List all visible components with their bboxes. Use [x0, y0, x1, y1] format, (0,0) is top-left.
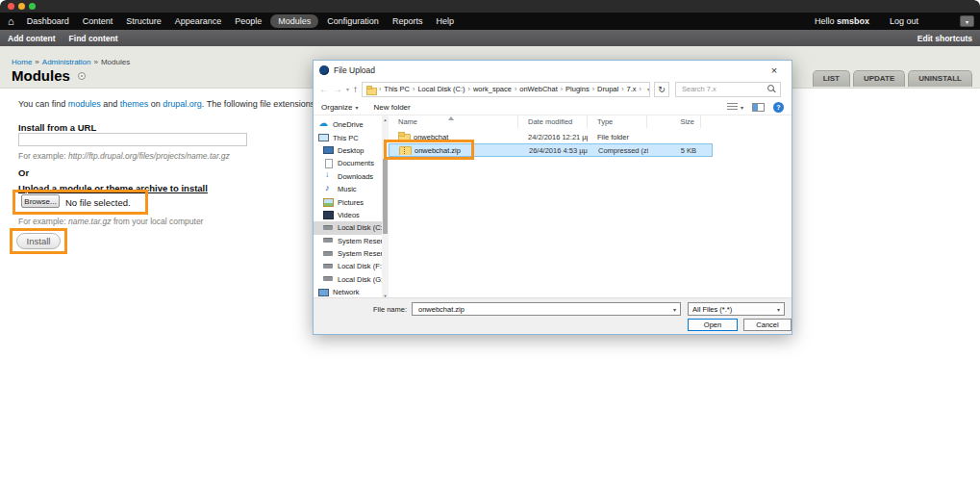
help-icon[interactable]: ? [773, 102, 784, 113]
dialog-close-button[interactable]: × [763, 63, 786, 78]
address-bar[interactable]: › This PC › Local Disk (C:) › work_space… [362, 82, 650, 97]
address-segment-plugins[interactable]: Plugins [565, 85, 590, 93]
dialog-nav-row: ← → ▾ ↑ › This PC › Local Disk (C:) › wo… [314, 79, 792, 99]
sidebar-item-system-reserved-1[interactable]: System Reserved [314, 235, 382, 247]
sidebar-item-downloads[interactable]: Downloads [314, 170, 382, 183]
toolbar-item-appearance[interactable]: Appearance [175, 16, 222, 26]
chevron-down-icon[interactable]: ▾ [673, 306, 676, 313]
cancel-button[interactable]: Cancel [743, 319, 792, 331]
address-segment-this-pc[interactable]: This PC [384, 85, 410, 93]
mac-close-button[interactable] [8, 3, 14, 10]
sidebar-item-onedrive[interactable]: OneDrive [314, 118, 382, 131]
admin-toolbar: ⌂ Dashboard Content Structure Appearance… [0, 13, 980, 30]
address-separator: › [561, 86, 563, 92]
column-header-type[interactable]: Type [588, 115, 647, 128]
tab-uninstall[interactable]: UNINSTALL [908, 70, 972, 87]
sidebar-item-this-pc[interactable]: This PC [314, 131, 382, 143]
search-icon [767, 85, 776, 93]
sidebar-item-label: Videos [338, 211, 360, 219]
address-dropdown-icon[interactable]: ▾ [647, 86, 650, 92]
toolbar-dropdown-button[interactable]: ▾ [960, 15, 974, 27]
drupal-org-link[interactable]: drupal.org [163, 99, 202, 109]
upload-example-file: name.tar.gz [68, 217, 112, 226]
mac-zoom-button[interactable] [29, 3, 36, 10]
sidebar-item-pictures[interactable]: Pictures [314, 195, 382, 208]
modules-link[interactable]: modules [68, 99, 101, 109]
edit-shortcuts-link[interactable]: Edit shortcuts [917, 34, 972, 43]
refresh-button[interactable]: ↻ [654, 82, 669, 97]
up-icon[interactable]: ↑ [353, 85, 358, 94]
view-options-button[interactable]: ▾ [727, 103, 743, 112]
sidebar-item-local-disk-c[interactable]: Local Disk (C:) [314, 221, 382, 234]
address-segment-onwebchat[interactable]: onWebChat [519, 85, 557, 93]
search-input[interactable] [680, 84, 767, 94]
toolbar-item-structure[interactable]: Structure [126, 16, 162, 26]
file-name-label: File name: [314, 305, 407, 314]
address-separator: › [468, 86, 470, 92]
tab-list[interactable]: LIST [813, 70, 850, 87]
toolbar-item-dashboard[interactable]: Dashboard [27, 16, 69, 26]
chevron-down-icon: ▾ [777, 306, 780, 313]
find-content-link[interactable]: Find content [69, 34, 118, 43]
toolbar-item-reports[interactable]: Reports [392, 16, 423, 26]
sidebar-item-desktop[interactable]: Desktop [314, 144, 382, 157]
sidebar-item-videos[interactable]: Videos [314, 209, 382, 221]
scrollbar-thumb[interactable] [383, 159, 388, 234]
preview-pane-icon[interactable] [752, 103, 765, 112]
logout-link[interactable]: Log out [890, 16, 918, 26]
organize-menu[interactable]: Organize▾ [321, 103, 358, 112]
scroll-up-icon[interactable]: ▲ [382, 115, 389, 123]
forward-icon[interactable]: → [333, 85, 342, 94]
no-file-selected-text: No file selected. [65, 197, 131, 208]
breadcrumb-administration-link[interactable]: Administration [42, 58, 91, 66]
sidebar-item-label: System Reserved [338, 249, 382, 258]
user-greeting: Hello smsbox [815, 16, 869, 26]
column-header-size[interactable]: Size [647, 115, 701, 128]
address-segment-local-disk[interactable]: Local Disk (C:) [417, 85, 465, 93]
address-segment-work-space[interactable]: work_space [473, 85, 512, 93]
back-icon[interactable]: ← [319, 85, 329, 94]
sidebar-item-local-disk-f[interactable]: Local Disk (F:) [314, 260, 382, 272]
file-date-cell: 24/2/2016 12:21 μμ [518, 133, 588, 141]
file-name-input[interactable] [416, 304, 673, 315]
shortcut-bar: Add content Find content Edit shortcuts [0, 30, 980, 46]
add-content-link[interactable]: Add content [8, 34, 56, 43]
mac-minimize-button[interactable] [18, 3, 25, 10]
install-url-input[interactable] [18, 133, 247, 146]
address-segment-drupal[interactable]: Drupal [597, 85, 618, 93]
chevron-down-icon: ▾ [355, 105, 358, 111]
new-folder-button[interactable]: New folder [373, 103, 410, 112]
file-date-cell: 26/4/2016 4:53 μμ [519, 146, 589, 155]
upload-example-label: For example: [18, 217, 68, 226]
toolbar-item-content[interactable]: Content [83, 16, 113, 26]
or-label: Or [18, 167, 29, 178]
breadcrumb-home-link[interactable]: Home [12, 58, 32, 66]
dialog-toolbar-right: ▾ ? [727, 102, 784, 113]
themes-link[interactable]: themes [120, 99, 149, 109]
contextual-gear-icon[interactable] [78, 72, 86, 80]
open-button[interactable]: Open [688, 319, 738, 331]
address-segment-7x[interactable]: 7.x [627, 85, 637, 93]
video-icon [323, 210, 335, 219]
history-chevron-icon[interactable]: ▾ [346, 86, 349, 92]
intro-and: and [101, 99, 120, 109]
sidebar-item-local-disk-g[interactable]: Local Disk (G:) [314, 273, 382, 286]
column-header-date-modified[interactable]: Date modified [518, 115, 588, 128]
sidebar-item-documents[interactable]: Documents [314, 157, 382, 169]
toolbar-item-configuration[interactable]: Configuration [327, 16, 379, 26]
home-icon[interactable]: ⌂ [8, 16, 14, 27]
sidebar-item-system-reserved-2[interactable]: System Reserved [314, 247, 382, 260]
toolbar-item-people[interactable]: People [235, 16, 262, 26]
file-list-header: Name Date modified Type Size [389, 115, 792, 128]
install-button[interactable]: Install [16, 233, 61, 249]
tab-update[interactable]: UPDATE [853, 70, 905, 87]
sidebar-item-music[interactable]: Music [314, 183, 382, 195]
sidebar-item-label: Desktop [338, 146, 364, 155]
browse-button[interactable]: Browse... [21, 194, 60, 208]
sidebar-item-label: Music [338, 185, 357, 193]
dialog-sidebar: OneDrive This PC Desktop Documents Downl… [314, 115, 382, 299]
file-type-select[interactable]: All Files (*.*) ▾ [688, 302, 785, 316]
toolbar-item-help[interactable]: Help [436, 16, 454, 26]
upload-example-text: For example: name.tar.gz from your local… [18, 217, 203, 226]
toolbar-item-modules[interactable]: Modules [270, 14, 318, 28]
